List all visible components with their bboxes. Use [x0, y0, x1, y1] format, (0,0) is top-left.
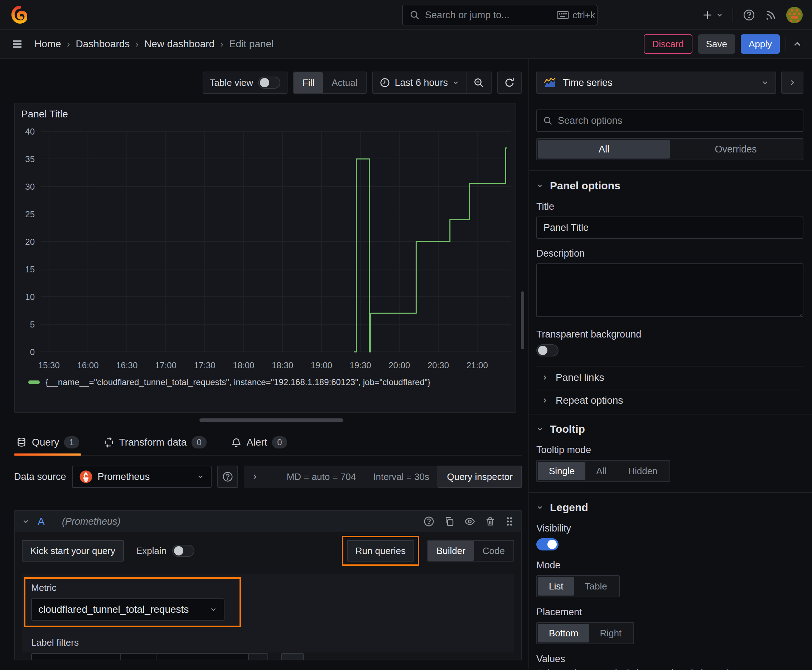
select-label-dropdown[interactable]: Select label: [31, 653, 120, 660]
visualization-picker[interactable]: Time series: [536, 71, 776, 94]
datasource-help-button[interactable]: [217, 465, 238, 488]
legend-list-option[interactable]: List: [538, 577, 574, 596]
options-tabs: All Overrides: [536, 138, 804, 160]
tab-query-label: Query: [32, 437, 59, 448]
query-help-button[interactable]: [423, 516, 435, 527]
svg-text:10: 10: [25, 292, 35, 302]
legend-header[interactable]: Legend: [536, 501, 804, 514]
repeat-options-label: Repeat options: [556, 395, 623, 406]
breadcrumb-dashboards[interactable]: Dashboards: [76, 38, 130, 50]
tooltip-mode-segment: Single All Hidden: [536, 460, 670, 482]
query-editor-body: Kick start your query Explain Run querie…: [15, 532, 521, 653]
discard-button[interactable]: Discard: [644, 34, 692, 54]
prometheus-icon: [79, 470, 93, 484]
mega-menu-toggle[interactable]: [11, 37, 24, 51]
avatar[interactable]: [786, 7, 803, 23]
scrollbar-thumb[interactable]: [521, 291, 524, 349]
tooltip-mode-label: Tooltip mode: [536, 445, 804, 456]
legend-series-label[interactable]: {__name__="cloudflared_tunnel_total_requ…: [46, 377, 431, 387]
breadcrumb: Home › Dashboards › New dashboard › Edit…: [34, 38, 273, 50]
query-options-md: MD = auto = 704: [287, 471, 356, 482]
table-view-toggle[interactable]: [258, 76, 280, 89]
metric-select[interactable]: cloudflared_tunnel_total_requests: [31, 599, 224, 621]
operator-value: =: [127, 659, 132, 661]
divider: [529, 492, 812, 493]
tab-alert[interactable]: Alert 0: [229, 436, 289, 455]
grafana-logo-icon[interactable]: [11, 6, 27, 24]
tooltip-all-option[interactable]: All: [585, 462, 617, 481]
zoom-out-icon: [473, 77, 485, 88]
code-option[interactable]: Code: [474, 541, 514, 561]
legend-swatch[interactable]: [28, 381, 40, 384]
query-ref-id[interactable]: A: [37, 515, 45, 528]
global-search[interactable]: ctrl+k: [402, 5, 598, 25]
time-range-picker[interactable]: Last 6 hours: [373, 72, 466, 93]
duplicate-query-button[interactable]: [444, 516, 455, 527]
fill-option[interactable]: Fill: [294, 72, 323, 93]
actual-option[interactable]: Actual: [323, 72, 366, 93]
delete-query-button[interactable]: [485, 516, 495, 527]
panel-title-input[interactable]: [536, 217, 804, 239]
add-filter-button[interactable]: [281, 653, 304, 660]
fill-actual-segment: Fill Actual: [293, 71, 367, 94]
datasource-picker[interactable]: Prometheus: [72, 465, 212, 488]
tab-query[interactable]: Query 1: [14, 436, 81, 455]
table-view-control: Table view: [203, 71, 288, 94]
collapse-options-button[interactable]: [781, 71, 804, 94]
svg-text:35: 35: [25, 154, 35, 164]
builder-option[interactable]: Builder: [428, 541, 474, 561]
placement-right-option[interactable]: Right: [589, 624, 632, 643]
add-menu-button[interactable]: [702, 9, 723, 21]
search-input[interactable]: [425, 10, 552, 21]
panel-links-section[interactable]: Panel links: [536, 367, 804, 389]
news-rss-button[interactable]: [765, 9, 777, 21]
query-options-bar[interactable]: MD = auto = 704 Interval = 30s Query ins…: [244, 465, 522, 488]
panel-preview[interactable]: Panel Title 051015202530354015:3016:0016…: [14, 103, 516, 413]
chevron-down-icon: [536, 182, 544, 189]
top-nav: ctrl+k: [0, 0, 812, 30]
toggle-visibility-button[interactable]: [464, 516, 475, 527]
legend-table-option[interactable]: Table: [574, 577, 618, 596]
legend-visibility-toggle[interactable]: [536, 538, 559, 550]
svg-text:21:00: 21:00: [466, 360, 488, 370]
time-series-viz-icon: [544, 77, 556, 88]
apply-button[interactable]: Apply: [741, 34, 780, 54]
transparent-background-toggle[interactable]: [536, 344, 559, 357]
panel-options-header[interactable]: Panel options: [536, 180, 804, 192]
query-inspector-button[interactable]: Query inspector: [437, 465, 522, 488]
tooltip-hidden-option[interactable]: Hidden: [617, 462, 668, 481]
kick-start-button[interactable]: Kick start your query: [22, 540, 124, 562]
collapse-header-button[interactable]: [792, 39, 803, 49]
repeat-options-section[interactable]: Repeat options: [536, 389, 804, 411]
tab-transform-data[interactable]: Transform data 0: [101, 436, 209, 455]
drag-handle[interactable]: [505, 516, 514, 527]
chart-canvas[interactable]: 051015202530354015:3016:0016:3017:0017:3…: [15, 121, 515, 374]
select-value-dropdown[interactable]: Select value: [156, 653, 249, 660]
pane-resize-handle[interactable]: [199, 418, 343, 422]
description-textarea[interactable]: [536, 264, 804, 317]
query-row-header[interactable]: A (Prometheus): [15, 511, 521, 532]
tab-overrides[interactable]: Overrides: [670, 140, 802, 159]
values-helper-text: Select values or calculations to show in…: [536, 668, 804, 670]
operator-dropdown[interactable]: =: [120, 653, 156, 660]
zoom-out-button[interactable]: [466, 72, 491, 93]
options-search-input[interactable]: [558, 115, 797, 126]
query-row-actions: [423, 516, 514, 527]
run-queries-annotation: Run queries: [347, 540, 414, 562]
help-button[interactable]: [742, 8, 755, 22]
remove-filter-button[interactable]: [249, 653, 268, 660]
tooltip-header[interactable]: Tooltip: [536, 423, 804, 435]
explain-toggle[interactable]: [172, 545, 194, 557]
refresh-button[interactable]: [497, 71, 522, 94]
breadcrumb-new-dashboard[interactable]: New dashboard: [144, 38, 214, 50]
copy-icon: [444, 516, 455, 527]
divider: [529, 414, 812, 415]
breadcrumb-home[interactable]: Home: [34, 38, 61, 50]
options-search[interactable]: [536, 110, 804, 132]
tab-all[interactable]: All: [538, 140, 670, 159]
tooltip-single-option[interactable]: Single: [538, 462, 585, 481]
save-button[interactable]: Save: [698, 34, 735, 54]
shortcut-label: ctrl+k: [573, 10, 595, 21]
run-queries-button[interactable]: Run queries: [347, 540, 414, 562]
placement-bottom-option[interactable]: Bottom: [538, 624, 589, 643]
